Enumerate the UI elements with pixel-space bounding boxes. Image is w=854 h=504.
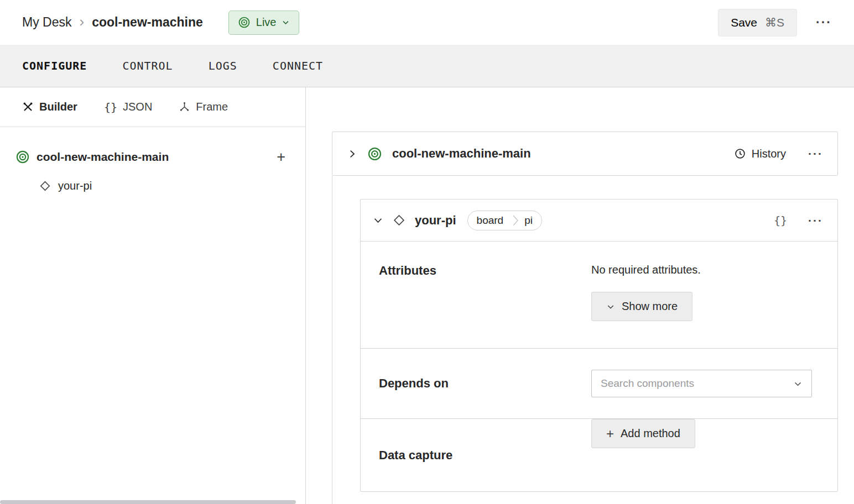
braces-icon: {} <box>104 101 117 114</box>
view-mode-toggle: Builder {} JSON Frame <box>0 87 305 127</box>
component-type-model-badge: board pi <box>467 211 542 230</box>
tab-control[interactable]: CONTROL <box>122 59 173 72</box>
machine-part-label: cool-new-machine-main <box>37 150 169 164</box>
config-sidebar: Builder {} JSON Frame <box>0 87 306 504</box>
main-tabbar: CONFIGURE CONTROL LOGS CONNECT <box>0 45 854 87</box>
tab-configure[interactable]: CONFIGURE <box>22 59 87 72</box>
show-more-label: Show more <box>622 300 678 313</box>
attributes-empty-text: No required attributes. <box>591 264 701 276</box>
breadcrumb: My Desk › cool-new-machine <box>22 15 203 30</box>
tab-logs[interactable]: LOGS <box>209 59 237 72</box>
mode-frame[interactable]: Frame <box>179 101 228 113</box>
show-more-button[interactable]: Show more <box>591 292 692 321</box>
depends-on-select[interactable] <box>591 370 812 397</box>
type-badge: board <box>468 211 513 230</box>
chevron-down-icon <box>606 302 615 311</box>
component-menu-icon[interactable]: ··· <box>808 214 823 227</box>
plus-icon: + <box>606 427 614 440</box>
history-label: History <box>752 148 786 160</box>
frame-axis-icon <box>179 101 190 113</box>
save-shortcut: ⌘S <box>765 16 784 29</box>
tab-connect[interactable]: CONNECT <box>273 59 323 72</box>
builder-label: Builder <box>39 101 77 113</box>
attributes-label: Attributes <box>379 264 591 328</box>
search-components-input[interactable] <box>601 377 793 390</box>
sidebar-horizontal-scrollbar[interactable] <box>0 500 296 504</box>
save-button[interactable]: Save ⌘S <box>718 9 797 36</box>
mode-json[interactable]: {} JSON <box>104 101 152 114</box>
breadcrumb-my-desk[interactable]: My Desk <box>22 15 71 30</box>
depends-on-label: Depends on <box>379 376 591 391</box>
app-header: My Desk › cool-new-machine Live Save ⌘S … <box>0 0 854 45</box>
chevron-down-icon <box>282 18 290 27</box>
component-json-icon[interactable]: {} <box>774 214 787 227</box>
live-label: Live <box>256 16 277 29</box>
frame-label: Frame <box>196 101 228 113</box>
component-label: your-pi <box>58 180 92 192</box>
history-clock-icon <box>734 148 746 160</box>
tools-icon <box>22 101 34 113</box>
data-capture-section: Data capture + Add method <box>361 419 837 491</box>
component-card-title: your-pi <box>415 213 456 228</box>
machine-tree: cool-new-machine-main + your-pi <box>0 127 305 197</box>
add-method-label: Add method <box>621 427 680 440</box>
model-badge: pi <box>519 211 541 230</box>
add-component-button[interactable]: + <box>277 150 285 165</box>
config-main-panel: cool-new-machine-main History ··· <box>306 87 854 504</box>
live-status-dropdown[interactable]: Live <box>228 11 300 35</box>
tree-item-machine[interactable]: cool-new-machine-main + <box>15 146 285 168</box>
machine-part-card: cool-new-machine-main History ··· <box>332 132 838 176</box>
add-method-button[interactable]: + Add method <box>591 419 695 448</box>
badge-divider-icon <box>512 213 519 228</box>
history-button[interactable]: History <box>734 148 786 160</box>
machine-card-menu-icon[interactable]: ··· <box>808 147 823 160</box>
chevron-down-icon[interactable] <box>373 215 383 225</box>
mode-builder[interactable]: Builder <box>22 101 77 113</box>
component-card: your-pi board pi {} ··· Attribu <box>360 199 838 492</box>
data-capture-label: Data capture <box>379 448 591 463</box>
tree-connector-line <box>332 176 332 504</box>
save-label: Save <box>731 16 757 29</box>
chevron-down-icon <box>793 379 803 389</box>
machine-card-title: cool-new-machine-main <box>392 146 531 161</box>
chevron-right-icon[interactable] <box>347 149 357 159</box>
diamond-icon <box>392 213 406 227</box>
breadcrumb-separator-icon: › <box>79 14 84 29</box>
depends-on-section: Depends on <box>361 349 837 419</box>
diamond-icon <box>39 180 51 192</box>
breadcrumb-machine-name: cool-new-machine <box>92 15 203 30</box>
broadcast-icon <box>15 150 30 164</box>
header-overflow-menu-icon[interactable]: ··· <box>816 15 832 30</box>
attributes-section: Attributes No required attributes. Show … <box>361 242 837 349</box>
broadcast-icon <box>367 146 382 161</box>
tree-item-component[interactable]: your-pi <box>15 175 285 197</box>
component-card-header: your-pi board pi {} ··· <box>361 200 837 242</box>
json-label: JSON <box>123 101 152 113</box>
broadcast-icon <box>238 16 251 29</box>
